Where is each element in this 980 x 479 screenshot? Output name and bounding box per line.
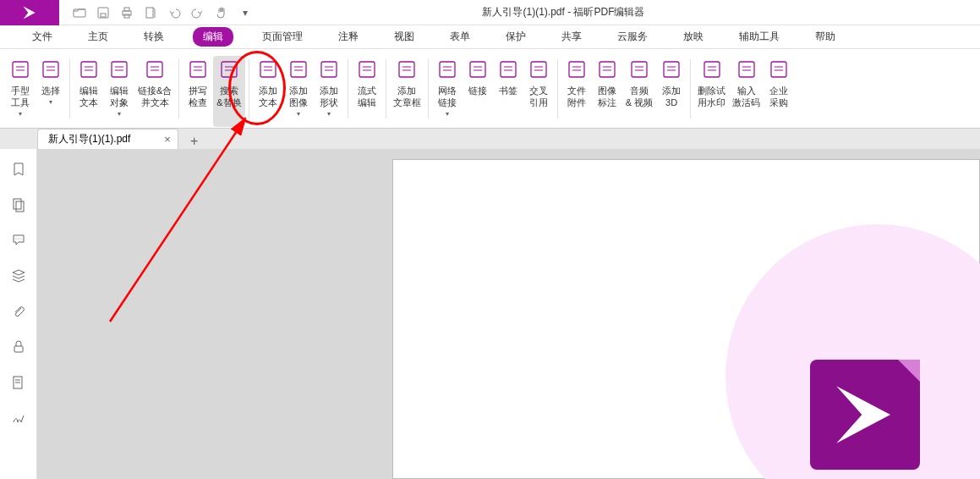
svg-rect-77 [16,201,24,212]
ribbon-btn-28[interactable]: 删除试 用水印 [694,56,729,127]
ribbon-btn-29[interactable]: 输入 激活码 [729,56,764,127]
ribbon-label: 搜索 &替换 [216,85,241,108]
menu-tab-12[interactable]: 辅助工具 [732,26,786,47]
window-title: 新人引导(1)(1).pdf - 福昕PDF编辑器 [147,5,980,19]
print-icon[interactable] [118,4,135,21]
ribbon-label: 交叉 引用 [529,85,548,108]
menu-tab-8[interactable]: 保护 [499,26,533,47]
attachment-icon[interactable] [10,303,27,320]
svg-rect-52 [531,62,546,77]
menu-tab-7[interactable]: 表单 [443,26,477,47]
menu-tab-9[interactable]: 共享 [555,26,589,47]
ribbon-btn-14[interactable]: 流式 编辑 [352,56,382,127]
svg-rect-58 [599,62,615,77]
chevron-down-icon: ▾ [297,110,300,118]
ribbon-separator [386,59,386,118]
ribbon-icon-5 [143,58,167,81]
menu-tabs: 文件主页转换编辑页面管理注释视图表单保护共享云服务放映辅助工具帮助 [0,25,980,49]
security-icon[interactable] [10,339,27,355]
ribbon-label: 编辑 文本 [79,85,98,108]
ribbon-icon-23 [565,58,589,81]
menu-tab-5[interactable]: 注释 [331,26,365,47]
ribbon-btn-19[interactable]: 链接 [463,56,493,127]
open-icon[interactable] [71,4,88,21]
ribbon-label: 网络 链接 [438,85,457,108]
svg-rect-67 [704,62,720,77]
ribbon-btn-8[interactable]: 搜索 &替换 [213,56,244,127]
ribbon-btn-1[interactable]: 选择▾ [36,56,66,127]
ribbon-icon-18 [435,58,459,81]
ribbon-btn-21[interactable]: 交叉 引用 [523,56,554,127]
ribbon-label: 编辑 对象 [110,85,129,108]
pages-icon[interactable] [10,196,27,213]
comments-icon[interactable] [10,232,27,249]
ribbon-icon-11 [287,58,310,81]
ribbon-icon-12 [317,58,341,81]
ribbon-label: 拼写 检查 [189,85,207,108]
svg-rect-0 [74,9,85,17]
signature-icon[interactable] [10,410,27,427]
ribbon-btn-4[interactable]: 编辑 对象▾ [104,56,134,127]
menu-tab-10[interactable]: 云服务 [610,26,654,47]
ribbon-label: 选择 [41,85,60,96]
ribbon-icon-16 [395,58,419,81]
svg-rect-7 [13,62,28,77]
svg-rect-25 [222,62,237,77]
menu-tab-13[interactable]: 帮助 [808,26,842,47]
ribbon-icon-26 [660,58,683,81]
document-page[interactable] [392,159,980,479]
svg-point-78 [15,239,16,240]
ribbon-btn-23[interactable]: 文件 附件 [561,56,592,127]
ribbon-label: 企业 采购 [769,85,788,108]
ribbon-btn-16[interactable]: 添加 文章框 [390,56,424,127]
ribbon-btn-25[interactable]: 音频 & 视频 [622,56,656,127]
svg-rect-49 [501,62,516,77]
svg-rect-43 [440,62,455,77]
menu-tab-3[interactable]: 编辑 [193,27,233,47]
ribbon-btn-5[interactable]: 链接&合 并文本 [134,56,175,127]
document-tab-strip: 新人引导(1)(1).pdf × + [0,129,980,149]
close-tab-icon[interactable]: × [164,133,171,146]
ribbon-label: 添加 3D [662,85,681,108]
ribbon-btn-0[interactable]: 手型 工具▾ [5,56,36,127]
ribbon-icon-30 [767,58,791,81]
ribbon-label: 添加 形状 [320,85,338,108]
canvas-area[interactable] [37,149,980,479]
layers-icon[interactable] [10,267,27,284]
menu-tab-11[interactable]: 放映 [676,26,710,47]
ribbon-btn-10[interactable]: 添加 文本 [253,56,283,127]
chevron-down-icon: ▾ [446,110,449,118]
ribbon-icon-28 [700,58,724,81]
fields-icon[interactable] [10,374,27,391]
ribbon-icon-7 [186,58,210,81]
ribbon-btn-3[interactable]: 编辑 文本 [74,56,104,127]
svg-rect-34 [321,62,337,77]
ribbon-btn-20[interactable]: 书签 [493,56,523,127]
ribbon-btn-18[interactable]: 网络 链接▾ [432,56,463,127]
menu-tab-6[interactable]: 视图 [387,26,421,47]
chevron-down-icon: ▾ [19,110,22,118]
document-tab[interactable]: 新人引导(1)(1).pdf × [37,129,178,149]
ribbon-label: 链接&合 并文本 [138,85,172,108]
add-tab-button[interactable]: + [190,134,198,149]
ribbon-label: 图像 标注 [598,85,616,108]
ribbon-btn-11[interactable]: 添加 图像▾ [283,56,314,127]
ribbon-btn-30[interactable]: 企业 采购 [764,56,794,127]
menu-tab-1[interactable]: 主页 [81,26,115,47]
ribbon-btn-7[interactable]: 拼写 检查 [183,56,213,127]
svg-rect-73 [771,62,786,77]
svg-point-79 [18,239,19,240]
save-icon[interactable] [95,4,112,21]
ribbon-btn-12[interactable]: 添加 形状▾ [314,56,344,127]
ribbon-btn-24[interactable]: 图像 标注 [592,56,622,127]
bookmark-icon[interactable] [10,161,27,178]
svg-rect-16 [112,62,127,77]
menu-tab-2[interactable]: 转换 [137,26,171,47]
menu-tab-4[interactable]: 页面管理 [255,26,309,47]
menu-tab-0[interactable]: 文件 [25,26,59,47]
ribbon-label: 流式 编辑 [358,85,376,108]
ribbon-label: 文件 附件 [567,85,586,108]
ribbon-label: 音频 & 视频 [626,85,653,108]
ribbon-label: 添加 文本 [259,85,277,108]
ribbon-btn-26[interactable]: 添加 3D [656,56,687,127]
